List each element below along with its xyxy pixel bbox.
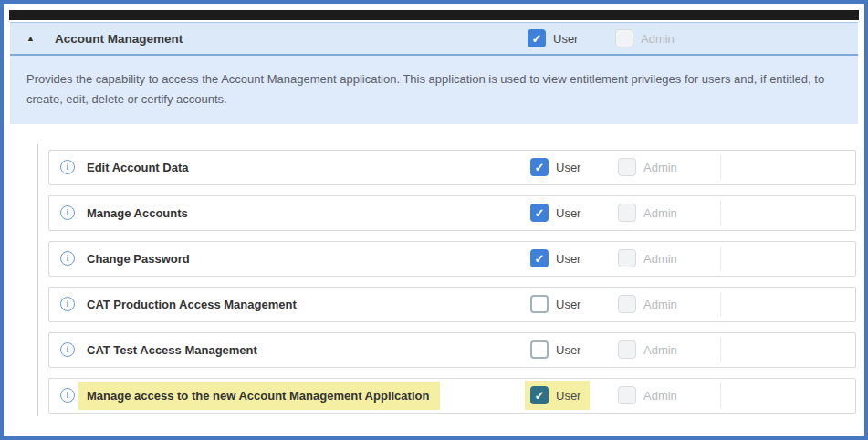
- account-management-panel: ▲ Account Management ✓ User ✓ Admin Prov…: [0, 0, 868, 440]
- admin-checkbox[interactable]: ✓: [618, 340, 636, 359]
- user-label: User: [556, 389, 580, 403]
- info-icon[interactable]: i: [60, 160, 75, 174]
- left-guide-line: [37, 144, 38, 416]
- admin-checkbox-group: ✓ Admin: [618, 204, 677, 222]
- entitlement-row-cat-test-access: i CAT Test Access Management ✓ User ✓ Ad…: [48, 332, 856, 368]
- column-divider: [720, 383, 721, 408]
- header-admin-checkbox-group: ✓ Admin: [615, 29, 675, 47]
- entitlement-row-edit-account-data: i Edit Account Data ✓ User ✓ Admin: [48, 150, 856, 185]
- column-divider: [720, 338, 721, 362]
- user-label: User: [556, 161, 580, 174]
- entitlement-label: Change Password: [87, 252, 190, 266]
- admin-checkbox-group: ✓ Admin: [618, 249, 677, 267]
- header-user-label: User: [553, 32, 578, 46]
- column-divider: [720, 155, 721, 180]
- info-icon[interactable]: i: [60, 388, 75, 403]
- column-divider: [720, 292, 721, 317]
- admin-label: Admin: [643, 298, 677, 311]
- user-label: User: [556, 252, 580, 266]
- user-checkbox-group: ✓ User: [530, 340, 580, 359]
- admin-label: Admin: [643, 161, 677, 174]
- collapse-triangle-icon[interactable]: ▲: [26, 35, 35, 43]
- info-icon-glyph: i: [67, 299, 69, 309]
- entitlement-row-cat-production-access: i CAT Production Access Management ✓ Use…: [48, 287, 856, 322]
- user-checkbox-group: ✓ User: [530, 204, 580, 222]
- info-icon-glyph: i: [67, 208, 69, 217]
- info-icon-glyph: i: [67, 254, 69, 263]
- info-icon[interactable]: i: [60, 342, 75, 357]
- admin-label: Admin: [643, 252, 677, 266]
- header-user-checkbox-group: ✓ User: [528, 29, 578, 47]
- user-checkbox[interactable]: ✓: [530, 158, 549, 176]
- info-icon-glyph: i: [67, 162, 69, 172]
- entitlement-label: Manage Accounts: [87, 206, 188, 220]
- admin-label: Admin: [643, 389, 677, 403]
- user-checkbox[interactable]: ✓: [530, 386, 549, 404]
- entitlement-label: Manage access to the new Account Managem…: [78, 382, 440, 410]
- check-icon: ✓: [535, 253, 545, 265]
- user-checkbox[interactable]: ✓: [530, 249, 549, 267]
- user-checkbox-group: ✓ User: [530, 249, 580, 267]
- entitlement-row-change-password: i Change Password ✓ User ✓ Admin: [48, 241, 856, 277]
- admin-label: Admin: [643, 206, 677, 220]
- check-icon: ✓: [532, 33, 542, 45]
- entitlement-row-new-account-management-app: i Manage access to the new Account Manag…: [48, 378, 856, 414]
- check-icon: ✓: [535, 162, 545, 173]
- admin-checkbox-group: ✓ Admin: [618, 340, 677, 359]
- section-title: Account Management: [55, 32, 183, 46]
- section-header[interactable]: ▲ Account Management ✓ User ✓ Admin: [10, 22, 858, 56]
- user-checkbox-group: ✓ User: [525, 381, 590, 410]
- user-label: User: [556, 298, 580, 311]
- user-label: User: [556, 343, 580, 357]
- admin-checkbox[interactable]: ✓: [618, 249, 636, 267]
- user-label: User: [556, 206, 580, 220]
- user-checkbox-group: ✓ User: [530, 295, 580, 313]
- admin-checkbox[interactable]: ✓: [618, 295, 636, 313]
- info-icon[interactable]: i: [60, 297, 75, 311]
- header-admin-checkbox[interactable]: ✓: [615, 29, 633, 47]
- admin-checkbox-group: ✓ Admin: [618, 386, 677, 404]
- top-black-bar: [9, 10, 859, 20]
- header-admin-label: Admin: [641, 32, 675, 46]
- info-icon-glyph: i: [67, 391, 69, 400]
- admin-checkbox-group: ✓ Admin: [618, 295, 677, 313]
- user-checkbox[interactable]: ✓: [530, 204, 549, 222]
- column-divider: [720, 201, 721, 225]
- header-user-checkbox[interactable]: ✓: [528, 29, 546, 47]
- column-divider: [720, 246, 721, 271]
- check-icon: ✓: [535, 207, 545, 219]
- entitlement-row-manage-accounts: i Manage Accounts ✓ User ✓ Admin: [48, 195, 856, 231]
- info-icon[interactable]: i: [60, 205, 75, 220]
- admin-checkbox[interactable]: ✓: [618, 158, 636, 176]
- section-description: Provides the capability to access the Ac…: [10, 56, 858, 124]
- admin-label: Admin: [643, 343, 677, 357]
- admin-checkbox[interactable]: ✓: [618, 386, 636, 404]
- check-icon: ✓: [535, 390, 545, 402]
- user-checkbox[interactable]: ✓: [530, 340, 549, 359]
- info-icon-glyph: i: [67, 345, 69, 354]
- user-checkbox-group: ✓ User: [530, 158, 580, 176]
- info-icon[interactable]: i: [60, 251, 75, 266]
- entitlement-label: CAT Test Access Management: [87, 343, 257, 357]
- admin-checkbox-group: ✓ Admin: [618, 158, 677, 176]
- user-checkbox[interactable]: ✓: [530, 295, 549, 313]
- entitlement-label: CAT Production Access Management: [87, 298, 297, 311]
- entitlement-list: i Edit Account Data ✓ User ✓ Admin i Man…: [10, 150, 858, 414]
- admin-checkbox[interactable]: ✓: [618, 204, 636, 222]
- entitlement-label: Edit Account Data: [87, 161, 188, 174]
